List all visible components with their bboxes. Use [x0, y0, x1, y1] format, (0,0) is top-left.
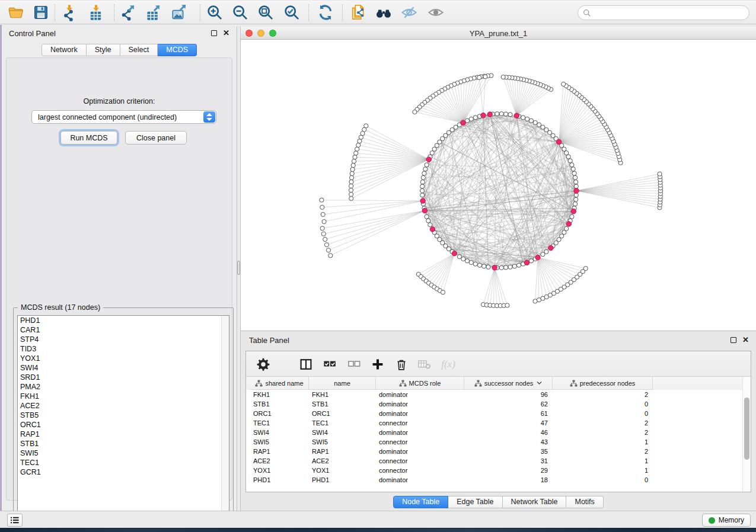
table-row[interactable]: STB1STB1dominator620: [250, 399, 742, 409]
list-item[interactable]: TID3: [18, 344, 229, 354]
graph-node[interactable]: [420, 184, 425, 188]
list-item[interactable]: PHD1: [18, 316, 229, 325]
tab-network-table[interactable]: Network Table: [503, 496, 567, 508]
graph-node[interactable]: [482, 264, 486, 268]
graph-node[interactable]: [413, 110, 417, 114]
graph-hub-node[interactable]: [487, 112, 492, 117]
graph-node[interactable]: [473, 116, 477, 120]
graph-node[interactable]: [428, 223, 432, 227]
zoom-selected-button[interactable]: [282, 2, 302, 23]
table-row[interactable]: TEC1TEC1connector472: [250, 418, 742, 428]
column-header-successor-nodes[interactable]: successor nodes: [464, 377, 553, 390]
graph-node[interactable]: [564, 226, 569, 230]
show-all-button[interactable]: [426, 2, 446, 23]
graph-node[interactable]: [349, 197, 353, 201]
tab-style[interactable]: Style: [87, 44, 120, 56]
graph-node[interactable]: [420, 193, 425, 197]
graph-node[interactable]: [465, 259, 469, 263]
network-canvas[interactable]: [241, 40, 756, 331]
graph-node[interactable]: [356, 143, 361, 147]
graph-node[interactable]: [326, 248, 330, 252]
table-settings-button[interactable]: [254, 355, 272, 373]
network-from-selection-button[interactable]: [348, 2, 368, 23]
graph-node[interactable]: [349, 188, 353, 192]
graph-node[interactable]: [573, 175, 578, 180]
close-icon[interactable]: ✕: [742, 337, 749, 343]
graph-hub-node[interactable]: [574, 188, 579, 193]
run-mcds-button[interactable]: Run MCDS: [60, 131, 117, 145]
graph-node[interactable]: [423, 167, 428, 171]
graph-hub-node[interactable]: [430, 227, 435, 232]
list-item[interactable]: TEC1: [18, 458, 229, 467]
tab-edge-table[interactable]: Edge Table: [448, 496, 502, 508]
graph-node[interactable]: [420, 188, 424, 193]
graph-node[interactable]: [544, 249, 548, 254]
graph-node[interactable]: [574, 197, 578, 201]
graph-node[interactable]: [350, 167, 355, 171]
graph-node[interactable]: [350, 171, 354, 175]
graph-node[interactable]: [477, 75, 481, 79]
graph-node[interactable]: [505, 303, 509, 307]
save-button[interactable]: [31, 2, 51, 23]
graph-node[interactable]: [328, 254, 333, 258]
mcds-result-list[interactable]: PHD1CAR1STP4TID3YOX1SWI4SRD1PMA2FKH1ACE2…: [17, 315, 229, 524]
tab-motifs[interactable]: Motifs: [566, 496, 603, 508]
graph-node[interactable]: [355, 147, 359, 151]
graph-node[interactable]: [529, 118, 533, 123]
zoom-out-button[interactable]: [230, 2, 250, 23]
graph-hub-node[interactable]: [492, 265, 497, 270]
graph-node[interactable]: [321, 212, 325, 216]
graph-hub-node[interactable]: [535, 255, 540, 259]
graph-node[interactable]: [441, 290, 445, 294]
list-item[interactable]: STB1: [18, 439, 229, 448]
graph-node[interactable]: [570, 214, 574, 219]
graph-node[interactable]: [529, 259, 533, 263]
graph-hub-node[interactable]: [571, 209, 576, 214]
scrollbar-thumb[interactable]: [744, 398, 749, 460]
panel-splitter[interactable]: [237, 27, 241, 511]
graph-node[interactable]: [562, 82, 566, 86]
refresh-button[interactable]: [315, 2, 336, 23]
graph-node[interactable]: [572, 171, 576, 175]
graph-node[interactable]: [473, 262, 477, 266]
table-row[interactable]: RAP1RAP1dominator352: [250, 447, 742, 456]
graph-node[interactable]: [508, 265, 512, 269]
graph-node[interactable]: [583, 267, 588, 271]
graph-node[interactable]: [469, 117, 473, 121]
graph-hub-node[interactable]: [420, 198, 425, 203]
graph-node[interactable]: [322, 220, 326, 224]
delete-column-button[interactable]: [393, 355, 410, 373]
graph-node[interactable]: [461, 257, 465, 261]
table-scrollbar[interactable]: [742, 377, 751, 492]
zoom-fit-button[interactable]: [256, 2, 276, 23]
graph-node[interactable]: [571, 167, 575, 171]
graph-hub-node[interactable]: [481, 113, 486, 118]
graph-node[interactable]: [574, 184, 578, 188]
graph-hub-node[interactable]: [524, 260, 529, 265]
graph-node[interactable]: [425, 163, 429, 167]
tab-select[interactable]: Select: [120, 44, 158, 56]
graph-node[interactable]: [658, 172, 662, 176]
list-item[interactable]: ACE2: [18, 401, 229, 411]
graph-node[interactable]: [573, 202, 578, 206]
table-row[interactable]: YOX1YOX1connector291: [250, 466, 742, 475]
export-network-button[interactable]: [119, 2, 139, 23]
tab-network[interactable]: Network: [42, 44, 87, 56]
column-header-MCDS-role[interactable]: MCDS role: [376, 377, 464, 390]
graph-hub-node[interactable]: [426, 157, 431, 162]
network-search-box[interactable]: [578, 5, 749, 20]
graph-node[interactable]: [568, 159, 572, 163]
graph-node[interactable]: [483, 75, 487, 79]
graph-hub-node[interactable]: [452, 251, 457, 256]
graph-node[interactable]: [323, 237, 327, 241]
graph-node[interactable]: [574, 180, 578, 184]
splitter-handle-icon[interactable]: [237, 261, 240, 275]
graph-node[interactable]: [349, 180, 353, 184]
result-list-scrollbar[interactable]: [221, 316, 229, 523]
table-row[interactable]: FKH1FKH1dominator962: [250, 390, 742, 399]
import-table-button[interactable]: [86, 2, 106, 23]
graph-node[interactable]: [349, 193, 353, 197]
hide-selected-button[interactable]: [399, 2, 419, 23]
open-button[interactable]: [6, 2, 26, 23]
graph-node[interactable]: [570, 163, 574, 167]
